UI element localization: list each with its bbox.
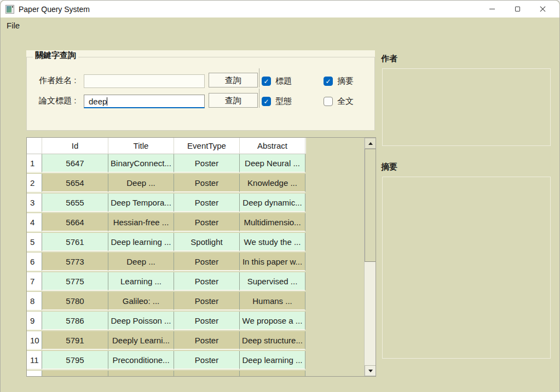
title-cell[interactable]: Deep ... (108, 253, 174, 271)
results-table: Id Title EventType Abstract 1 5647 Binar… (26, 137, 376, 377)
eventtype-cell[interactable]: Poster (174, 272, 240, 291)
paper-title-input[interactable]: deep (84, 95, 205, 108)
groupbox-border (26, 57, 375, 131)
paper-title-value: deep (89, 97, 107, 106)
arrow-up-icon (368, 142, 373, 145)
table-row[interactable]: 9 5786 Deep Poisson ... Poster We propos… (27, 312, 306, 331)
table-row[interactable]: 6 5773 Deep ... Poster In this paper w..… (27, 253, 306, 272)
title-cell[interactable]: BinaryConnect... (108, 154, 174, 173)
abstract-cell[interactable]: Humans ... (240, 292, 305, 311)
column-header-title[interactable]: Title (108, 138, 174, 154)
eventtype-cell[interactable]: Spotlight (174, 233, 240, 251)
title-cell[interactable]: Galileo: ... (108, 292, 174, 311)
vertical-scrollbar[interactable] (364, 138, 376, 376)
row-number-cell: 3 (27, 194, 42, 212)
id-cell[interactable]: 5761 (42, 233, 108, 251)
id-cell[interactable]: 5775 (42, 272, 108, 291)
id-cell[interactable]: 5773 (42, 253, 108, 271)
eventtype-cell[interactable]: Poster (174, 213, 240, 232)
abstract-cell[interactable]: We study the ... (240, 233, 305, 251)
title-cell[interactable]: Learning ... (108, 272, 174, 291)
id-cell[interactable]: 5795 (42, 351, 108, 370)
author-search-button[interactable]: 查詢 (209, 73, 258, 87)
id-cell[interactable]: 5655 (42, 194, 108, 212)
menu-item-file[interactable]: File (7, 21, 20, 30)
eventtype-cell[interactable]: Poster (174, 154, 240, 173)
checkbox-fulltext[interactable]: 全文 (324, 96, 354, 107)
eventtype-cell[interactable]: Poster (174, 194, 240, 212)
title-cell[interactable]: Deep Tempora... (108, 194, 174, 212)
scrollbar-down-button[interactable] (365, 365, 376, 376)
abstract-cell[interactable]: In this paper w... (240, 253, 305, 271)
table-row[interactable]: 8 5780 Galileo: ... Poster Humans ... (27, 292, 306, 312)
checkbox-abstract-box[interactable] (324, 77, 333, 86)
abstract-cell[interactable]: Knowledge ... (240, 174, 305, 192)
minimize-icon (489, 9, 495, 9)
column-header-abstract[interactable]: Abstract (240, 138, 305, 154)
checkbox-title[interactable]: 標題 (262, 76, 292, 86)
checkbox-abstract-label: 摘要 (337, 76, 354, 86)
keyword-query-groupbox: 關鍵字查詢 作者姓名 : 查詢 標題 摘要 論文標題 : deep 查詢 型態 … (26, 50, 375, 131)
eventtype-cell[interactable]: Poster (174, 312, 240, 330)
title-search-button[interactable]: 查詢 (209, 93, 258, 108)
abstract-panel (382, 177, 551, 359)
checkbox-title-box[interactable] (262, 77, 271, 86)
title-cell[interactable]: Deep learning ... (108, 233, 174, 251)
table-row[interactable]: 2 5654 Deep ... Poster Knowledge ... (27, 174, 306, 194)
id-cell[interactable]: 5791 (42, 331, 108, 350)
checkbox-fulltext-box[interactable] (324, 97, 333, 106)
minimize-button[interactable] (480, 1, 505, 17)
title-cell[interactable]: Deep ... (108, 174, 174, 192)
paper-title-label: 論文標題 : (39, 96, 76, 106)
row-number-cell: 8 (27, 292, 42, 311)
abstract-cell[interactable]: Supervised ... (240, 272, 305, 291)
eventtype-cell[interactable]: Poster (174, 331, 240, 350)
table-row[interactable]: 5 5761 Deep learning ... Spotlight We st… (27, 233, 306, 253)
title-cell[interactable]: Preconditione... (108, 351, 174, 370)
close-button[interactable] (530, 1, 555, 17)
table-body: 1 5647 BinaryConnect... Poster Deep Neur… (27, 154, 306, 377)
table-row[interactable]: 10 5791 Deeply Learni... Poster Deep str… (27, 331, 306, 351)
id-cell[interactable]: 5664 (42, 213, 108, 232)
scrollbar-up-button[interactable] (365, 138, 376, 149)
scrollbar-thumb[interactable] (365, 149, 376, 262)
eventtype-cell[interactable]: Poster (174, 292, 240, 311)
table-row[interactable]: 7 5775 Learning ... Poster Supervised ..… (27, 272, 306, 292)
abstract-cell[interactable]: Multidimensio... (240, 213, 305, 232)
eventtype-cell[interactable]: Poster (174, 351, 240, 370)
column-header-eventtype[interactable]: EventType (174, 138, 240, 154)
title-bar[interactable]: Paper Query System (1, 1, 559, 17)
eventtype-cell[interactable]: Poster (174, 174, 240, 192)
abstract-panel-label: 摘要 (381, 162, 397, 172)
close-icon (540, 6, 546, 12)
abstract-cell[interactable]: Deep structure... (240, 331, 305, 350)
checkbox-eventtype-box[interactable] (262, 97, 271, 106)
id-cell[interactable]: 5654 (42, 174, 108, 192)
checkbox-abstract[interactable]: 摘要 (324, 76, 354, 86)
title-cell[interactable]: Deeply Learni... (108, 331, 174, 350)
table-row[interactable]: 1 5647 BinaryConnect... Poster Deep Neur… (27, 154, 306, 174)
table-row[interactable]: 3 5655 Deep Tempora... Poster Deep dynam… (27, 194, 306, 213)
eventtype-cell[interactable]: Poster (174, 253, 240, 271)
abstract-cell[interactable]: We propose a ... (240, 312, 305, 330)
app-icon (5, 5, 14, 14)
menu-bar: File (1, 17, 559, 33)
id-cell[interactable]: 5786 (42, 312, 108, 330)
id-cell[interactable]: 5647 (42, 154, 108, 173)
author-name-input[interactable] (84, 74, 205, 88)
abstract-cell[interactable]: Deep Neural ... (240, 154, 305, 173)
id-cell[interactable]: 5780 (42, 292, 108, 311)
checkbox-fulltext-label: 全文 (337, 96, 354, 107)
maximize-button[interactable] (505, 1, 530, 17)
row-number-header (27, 138, 42, 154)
title-cell[interactable]: Deep Poisson ... (108, 312, 174, 330)
column-header-id[interactable]: Id (42, 138, 108, 154)
abstract-cell[interactable]: Deep dynamic... (240, 194, 305, 212)
row-number-cell: 5 (27, 233, 42, 251)
table-row[interactable]: 4 5664 Hessian-free ... Poster Multidime… (27, 213, 306, 233)
checkbox-eventtype[interactable]: 型態 (262, 96, 292, 107)
table-row[interactable]: 11 5795 Preconditione... Poster Deep lea… (27, 351, 306, 371)
row-number-cell: 7 (27, 272, 42, 291)
title-cell[interactable]: Hessian-free ... (108, 213, 174, 232)
abstract-cell[interactable]: Deep learning ... (240, 351, 305, 370)
